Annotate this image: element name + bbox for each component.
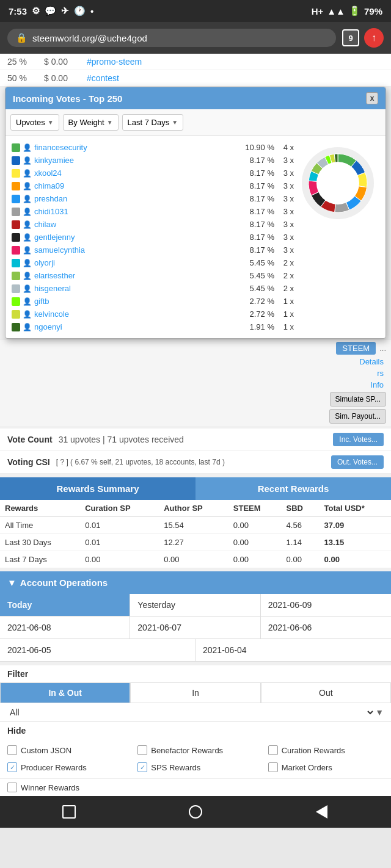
vote-count-label: Vote Count xyxy=(7,435,53,444)
chevron-icon: ▼ xyxy=(7,577,16,588)
modal-title: Incoming Votes - Top 250 xyxy=(13,93,122,104)
ops-2021-06-06[interactable]: 2021-06-06 xyxy=(261,617,391,638)
nav-back-button[interactable] xyxy=(311,801,333,823)
upload-button[interactable]: ↑ xyxy=(364,28,384,48)
ops-2021-06-07[interactable]: 2021-06-07 xyxy=(130,617,260,638)
voter-name[interactable]: gentlejenny xyxy=(34,233,238,242)
modal-close-button[interactable]: x xyxy=(366,92,378,104)
winner-checkbox[interactable] xyxy=(7,783,17,792)
voter-row: 👤 samuelcynthia 8.17 % 3 x xyxy=(10,244,295,256)
voter-name[interactable]: financesecurity xyxy=(34,143,238,152)
voter-pct: 10.90 % xyxy=(241,143,274,152)
voter-count: 1 x xyxy=(277,309,294,319)
voter-color xyxy=(12,182,20,190)
rs-link[interactable]: rs xyxy=(377,369,384,378)
filter-all-select[interactable]: All xyxy=(7,707,375,718)
voter-row: 👤 financesecurity 10.90 % 4 x xyxy=(10,141,295,154)
voter-color xyxy=(12,310,20,319)
tab-recent-rewards[interactable]: Recent Rewards xyxy=(196,477,391,500)
ops-today[interactable]: Today xyxy=(0,594,130,616)
status-bar: 7:53 ⚙ 💬 ✈ 🕐 • H+ ▲▲ 🔋 79% xyxy=(0,0,391,22)
hide-item: SPS Rewards xyxy=(130,759,260,776)
hide-checkbox[interactable] xyxy=(7,762,17,772)
bg-content: 25 % $ 0.00 #promo-steem 50 % $ 0.00 #co… xyxy=(0,54,391,87)
hide-checkbox[interactable] xyxy=(137,745,147,755)
ops-yesterday[interactable]: Yesterday xyxy=(130,594,260,616)
dot-icon: • xyxy=(90,6,93,16)
whatsapp-icon: 💬 xyxy=(45,5,56,16)
chevron-down-icon: ▼ xyxy=(48,119,54,126)
ops-2021-06-09[interactable]: 2021-06-09 xyxy=(261,594,391,616)
voter-name[interactable]: chidi1031 xyxy=(34,207,238,216)
tab-rewards-summary[interactable]: Rewards Summary xyxy=(0,477,196,500)
voter-name[interactable]: kinkyamiee xyxy=(34,156,238,165)
hide-item: Benefactor Rewards xyxy=(130,742,260,759)
voter-name[interactable]: kelvincole xyxy=(34,309,238,319)
voter-row: 👤 chima09 8.17 % 3 x xyxy=(10,179,295,192)
rewards-row: Last 7 Days 0.00 0.00 0.00 0.00 0.00 xyxy=(0,551,391,568)
reward-author-sp: 12.27 xyxy=(159,534,228,551)
voter-list: 👤 financesecurity 10.90 % 4 x 👤 kinkyami… xyxy=(10,141,295,333)
settings-icon: ⚙ xyxy=(32,5,40,16)
browser-url-bar[interactable]: 🔒 steemworld.org/@uche4god xyxy=(7,29,336,47)
filter-weight-select[interactable]: By Weight ▼ xyxy=(63,114,119,131)
voter-row: 👤 chidi1031 8.17 % 3 x xyxy=(10,205,295,218)
simulate-sp-button[interactable]: Simulate SP... xyxy=(330,392,386,407)
steem-button[interactable]: STEEM xyxy=(336,342,376,355)
hide-item-label: Producer Rewards xyxy=(21,763,87,772)
bg-tag-1: #promo-steem xyxy=(87,57,142,67)
hide-checkbox[interactable] xyxy=(137,762,147,772)
modal-overlay: Incoming Votes - Top 250 x Upvotes ▼ By … xyxy=(0,87,391,339)
inc-votes-button[interactable]: Inc. Votes... xyxy=(333,433,384,446)
info-link[interactable]: Info xyxy=(370,380,384,389)
nav-square-button[interactable] xyxy=(58,801,80,823)
voter-name[interactable]: samuelcynthia xyxy=(34,245,238,255)
ops-row-3: 2021-06-05 2021-06-04 xyxy=(0,639,391,662)
out-votes-button[interactable]: Out. Votes... xyxy=(331,455,384,469)
voter-color xyxy=(12,143,20,152)
hide-grid: Custom JSON Benefactor Rewards Curation … xyxy=(0,739,391,778)
voter-name[interactable]: olyorji xyxy=(34,258,238,267)
voter-name[interactable]: elarisesther xyxy=(34,271,238,280)
hide-checkbox[interactable] xyxy=(268,762,278,772)
voter-name[interactable]: preshdan xyxy=(34,194,238,203)
filter-tab-in-out[interactable]: In & Out xyxy=(0,682,130,703)
vote-info-section: Vote Count 31 upvotes | 71 upvotes recei… xyxy=(0,429,391,474)
hide-item: Custom JSON xyxy=(0,742,130,759)
voter-pct: 8.17 % xyxy=(241,156,274,165)
voter-count: 3 x xyxy=(277,233,294,242)
voter-name[interactable]: giftb xyxy=(34,297,238,306)
voter-person-icon: 👤 xyxy=(23,182,32,190)
voter-name[interactable]: chilaw xyxy=(34,220,238,229)
ops-2021-06-08[interactable]: 2021-06-08 xyxy=(0,617,130,638)
sim-payout-button[interactable]: Sim. Payout... xyxy=(329,409,386,424)
col-author-sp: Author SP xyxy=(159,500,228,517)
filter-period-select[interactable]: Last 7 Days ▼ xyxy=(122,114,184,131)
details-link[interactable]: Details xyxy=(359,357,384,366)
filter-tab-out[interactable]: Out xyxy=(261,682,391,703)
account-ops-header: ▼ Account Operations xyxy=(0,571,391,594)
rewards-row: Last 30 Days 0.01 12.27 0.00 1.14 13.15 xyxy=(0,534,391,551)
voter-name[interactable]: chima09 xyxy=(34,181,238,190)
voter-name[interactable]: ngoenyi xyxy=(34,322,238,331)
hide-checkbox[interactable] xyxy=(268,745,278,755)
filter-tab-in[interactable]: In xyxy=(130,682,260,703)
ops-2021-06-05[interactable]: 2021-06-05 xyxy=(0,639,196,661)
tab-count[interactable]: 9 xyxy=(342,29,359,46)
hide-item-label: Benefactor Rewards xyxy=(151,746,223,755)
ops-row-1: Today Yesterday 2021-06-09 xyxy=(0,594,391,617)
ellipsis-button[interactable]: ... xyxy=(379,344,386,353)
voter-person-icon: 👤 xyxy=(23,259,32,267)
filter-tabs: In & Out In Out xyxy=(0,682,391,703)
ops-2021-06-04[interactable]: 2021-06-04 xyxy=(196,639,391,661)
hide-checkbox[interactable] xyxy=(7,745,17,755)
nav-home-button[interactable] xyxy=(185,801,206,823)
voter-pct: 8.17 % xyxy=(241,220,274,229)
voter-pct: 1.91 % xyxy=(241,322,274,331)
filter-type-select[interactable]: Upvotes ▼ xyxy=(10,114,59,131)
hide-label: Hide xyxy=(0,722,391,739)
dropdown-arrow-icon: ▼ xyxy=(375,707,384,717)
chevron-down-icon-2: ▼ xyxy=(107,119,113,126)
voter-name[interactable]: xkool24 xyxy=(34,168,238,178)
voter-name[interactable]: hisgeneral xyxy=(34,284,238,293)
